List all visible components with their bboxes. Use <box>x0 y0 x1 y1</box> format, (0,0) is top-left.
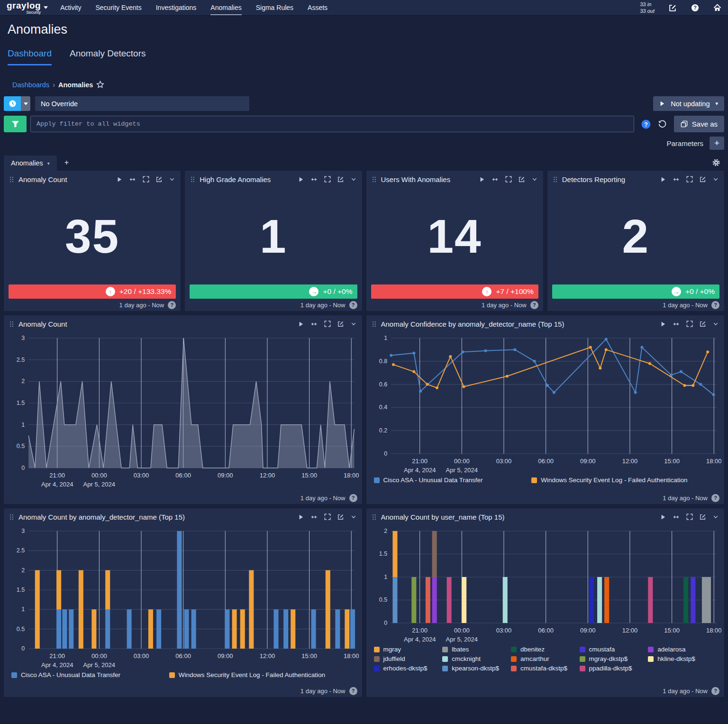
edit-icon[interactable] <box>700 321 706 327</box>
play-icon[interactable] <box>479 176 485 183</box>
focus-icon[interactable] <box>505 176 512 183</box>
legend-item[interactable]: cmustafa-dkstp$ <box>511 665 580 672</box>
legend-item[interactable]: adelarosa <box>648 646 717 653</box>
focus-icon[interactable] <box>143 176 149 183</box>
drag-handle-icon[interactable] <box>9 321 14 328</box>
legend-item[interactable]: jduffield <box>374 655 443 662</box>
move-horizontal-icon[interactable] <box>673 514 680 520</box>
focus-icon[interactable] <box>324 321 331 327</box>
edit-icon[interactable] <box>156 176 163 183</box>
edit-icon[interactable] <box>519 176 525 183</box>
play-icon[interactable] <box>117 176 122 183</box>
star-icon[interactable] <box>96 81 104 89</box>
dashboard-page-tab[interactable]: Anomalies ▾ <box>4 156 57 171</box>
help-badge-icon[interactable]: ? <box>711 687 719 695</box>
help-badge-icon[interactable]: ? <box>530 301 538 309</box>
drag-handle-icon[interactable] <box>372 513 376 521</box>
area-chart-canvas[interactable]: 00.511.522.5321:00Apr 4, 202400:00Apr 5,… <box>4 332 362 490</box>
legend-item[interactable]: mgray <box>374 646 443 653</box>
drag-handle-icon[interactable] <box>191 176 195 183</box>
timerange-dropdown-button[interactable] <box>21 96 30 111</box>
drag-handle-icon[interactable] <box>372 321 376 328</box>
drag-handle-icon[interactable] <box>9 513 14 521</box>
edit-icon[interactable] <box>337 513 344 520</box>
legend-item[interactable]: cmustafa <box>580 646 648 653</box>
focus-icon[interactable] <box>686 321 693 327</box>
move-horizontal-icon[interactable] <box>673 321 680 327</box>
move-horizontal-icon[interactable] <box>129 176 136 183</box>
focus-icon[interactable] <box>324 513 331 520</box>
legend-item[interactable]: dbenitez <box>511 646 580 653</box>
nav-item-anomalies[interactable]: Anomalies <box>210 0 241 15</box>
edit-icon[interactable] <box>337 176 344 183</box>
play-icon[interactable] <box>298 321 304 327</box>
nav-item-security-events[interactable]: Security Events <box>95 0 141 15</box>
play-icon[interactable] <box>660 514 666 520</box>
drag-handle-icon[interactable] <box>9 176 14 183</box>
legend-item[interactable]: kpearson-dkstp$ <box>442 665 511 672</box>
filter-button[interactable] <box>4 116 27 132</box>
help-icon[interactable]: ? <box>691 4 699 12</box>
edit-icon[interactable] <box>700 176 706 183</box>
help-badge-icon[interactable]: ? <box>349 687 357 695</box>
chevron-down-icon[interactable] <box>532 176 537 182</box>
move-horizontal-icon[interactable] <box>310 321 318 327</box>
play-icon[interactable] <box>660 321 666 327</box>
chevron-down-icon[interactable] <box>351 514 356 520</box>
legend-item[interactable]: ppadilla-dkstp$ <box>580 665 648 672</box>
home-icon[interactable] <box>713 4 721 12</box>
legend-item[interactable]: Windows Security Event Log - Failed Auth… <box>169 671 327 678</box>
edit-icon[interactable] <box>337 321 344 327</box>
filter-input[interactable] <box>30 116 634 132</box>
nav-item-sigma-rules[interactable]: Sigma Rules <box>256 0 293 15</box>
nav-item-investigations[interactable]: Investigations <box>156 0 197 15</box>
stacked-bar-chart-canvas[interactable]: 00.511.5221:00Apr 4, 202400:00Apr 5, 202… <box>366 525 725 645</box>
legend-item[interactable]: cmcknight <box>442 655 511 662</box>
move-horizontal-icon[interactable] <box>673 176 680 183</box>
chevron-down-icon[interactable] <box>351 321 356 327</box>
add-page-tab-button[interactable]: + <box>57 155 76 171</box>
play-icon[interactable] <box>298 514 304 520</box>
help-badge-icon[interactable]: ? <box>168 301 176 309</box>
legend-item[interactable]: lbates <box>442 646 511 653</box>
save-as-button[interactable]: Save as <box>674 116 724 132</box>
move-horizontal-icon[interactable] <box>310 514 318 520</box>
chevron-down-icon[interactable] <box>713 176 719 182</box>
move-horizontal-icon[interactable] <box>491 176 499 183</box>
history-icon[interactable] <box>658 119 667 128</box>
legend-item[interactable]: hkline-dkstp$ <box>648 655 717 662</box>
play-icon[interactable] <box>298 176 304 183</box>
legend-item[interactable]: erhodes-dkstp$ <box>374 665 443 672</box>
chevron-down-icon[interactable] <box>169 176 175 182</box>
graylog-logo[interactable]: graylog Security <box>7 1 48 15</box>
play-icon[interactable] <box>660 176 666 183</box>
question-circle-icon[interactable]: ? <box>641 119 651 129</box>
chevron-down-icon[interactable] <box>713 514 719 520</box>
drag-handle-icon[interactable] <box>553 176 557 183</box>
breadcrumb-dashboards-link[interactable]: Dashboards <box>12 81 49 89</box>
help-badge-icon[interactable]: ? <box>349 494 357 502</box>
tab-dashboard[interactable]: Dashboard <box>8 48 52 65</box>
move-horizontal-icon[interactable] <box>310 176 318 183</box>
help-badge-icon[interactable]: ? <box>349 301 357 309</box>
nav-item-activity[interactable]: Activity <box>60 0 81 15</box>
line-chart-canvas[interactable]: 00.20.40.60.8121:00Apr 4, 202400:00Apr 5… <box>366 332 725 476</box>
legend-item[interactable]: amcarthur <box>511 655 580 662</box>
edit-icon[interactable] <box>700 513 706 520</box>
add-parameter-button[interactable]: + <box>710 137 724 150</box>
nav-item-assets[interactable]: Assets <box>308 0 328 15</box>
legend-item[interactable]: Cisco ASA - Unusual Data Transfer <box>11 671 169 678</box>
gear-icon[interactable] <box>712 158 720 167</box>
legend-item[interactable]: Windows Security Event Log - Failed Auth… <box>531 477 689 484</box>
focus-icon[interactable] <box>324 176 331 183</box>
chevron-down-icon[interactable] <box>351 176 356 182</box>
help-badge-icon[interactable]: ? <box>711 301 719 309</box>
chevron-down-icon[interactable] <box>713 321 719 327</box>
help-badge-icon[interactable]: ? <box>711 494 719 502</box>
timerange-button[interactable] <box>4 96 21 111</box>
time-override-field[interactable]: No Override <box>35 96 249 111</box>
focus-icon[interactable] <box>686 513 693 520</box>
compose-icon[interactable] <box>669 4 677 12</box>
focus-icon[interactable] <box>686 176 693 183</box>
bar-chart-canvas[interactable]: 00.511.522.5321:00Apr 4, 202400:00Apr 5,… <box>4 525 362 670</box>
